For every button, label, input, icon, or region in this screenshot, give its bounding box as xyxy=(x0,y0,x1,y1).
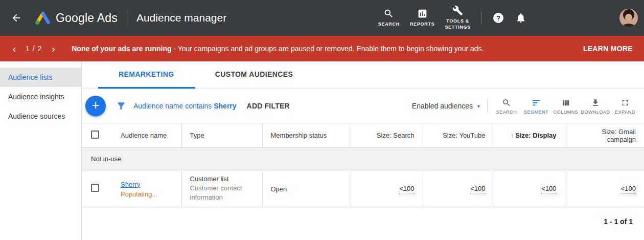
header-size-youtube[interactable]: Size: YouTube xyxy=(423,123,494,148)
filter-value-text: Sherry xyxy=(214,102,236,110)
table-expand-button[interactable]: EXPAND xyxy=(610,97,640,115)
help-button[interactable]: ? xyxy=(493,13,503,23)
membership-status-cell: Open xyxy=(262,170,351,207)
search-nav-button[interactable]: SEARCH xyxy=(373,8,405,28)
column-header-label: Size: Display xyxy=(515,132,556,139)
header-audience-name[interactable]: Audience name xyxy=(112,123,181,148)
page-title: Audience manager xyxy=(136,12,226,24)
table-search-button[interactable]: SEARCH xyxy=(492,97,521,115)
select-all-checkbox[interactable] xyxy=(91,130,99,139)
tab-remarketing[interactable]: REMARKETING xyxy=(98,61,195,89)
product-name: Google Ads xyxy=(56,11,118,25)
table-header-row: Audience name Type Membership status Siz… xyxy=(82,123,644,148)
avatar-photo xyxy=(619,9,638,27)
size-display-cell: <100 xyxy=(494,170,565,207)
group-row-not-in-use: Not in-use xyxy=(82,148,644,170)
tab-custom-audiences[interactable]: CUSTOM AUDIENCES xyxy=(195,61,314,89)
search-nav-label: SEARCH xyxy=(378,21,400,28)
sidebar-item-audience-sources[interactable]: Audience sources xyxy=(0,106,81,126)
chevron-down-icon: ▾ xyxy=(477,103,480,109)
tab-bar: REMARKETING CUSTOM AUDIENCES xyxy=(82,61,644,89)
sidebar-item-label: Audience insights xyxy=(8,93,64,101)
sidebar-item-audience-insights[interactable]: Audience insights xyxy=(0,87,81,106)
toolbar-divider xyxy=(487,99,488,113)
topbar-divider xyxy=(127,10,127,26)
group-label: Not in-use xyxy=(91,155,121,163)
audience-type-cell: Customer list Customer contact informati… xyxy=(181,170,262,207)
ads-not-running-banner: ‹ 1 / 2 › None of your ads are running -… xyxy=(0,36,644,61)
size-youtube-value[interactable]: <100 xyxy=(470,185,485,193)
banner-prev-button[interactable]: ‹ xyxy=(8,43,20,54)
search-icon xyxy=(383,8,394,19)
learn-more-button[interactable]: LEARN MORE xyxy=(580,40,636,57)
topbar-divider xyxy=(481,11,481,25)
active-filter-chip[interactable]: Audience name contains Sherry xyxy=(133,102,237,110)
audience-view-dropdown[interactable]: Enabled audiences ▾ xyxy=(412,102,480,110)
tool-label: EXPAND xyxy=(615,110,635,115)
audience-table-row: Sherry Populating... Customer list Custo… xyxy=(82,170,644,207)
column-header-label: Type xyxy=(190,132,204,139)
reports-nav-button[interactable]: REPORTS xyxy=(405,8,440,28)
table-download-button[interactable]: DOWNLOAD xyxy=(581,97,610,115)
populating-status: Populating... xyxy=(121,190,173,198)
download-icon xyxy=(591,98,600,107)
add-audience-button[interactable]: + xyxy=(85,96,106,116)
size-search-cell: <100 xyxy=(351,170,423,207)
table-columns-button[interactable]: COLUMNS xyxy=(551,97,581,115)
audience-type-detail: Customer contact information xyxy=(190,184,254,202)
table-footer: 1 - 1 of 1 xyxy=(82,207,644,240)
banner-message-detail: - Your campaigns and ad groups are pause… xyxy=(173,45,484,53)
sidebar-item-label: Audience sources xyxy=(8,112,65,120)
size-display-value[interactable]: <100 xyxy=(541,185,556,193)
banner-next-button[interactable]: › xyxy=(47,43,59,54)
add-filter-button[interactable]: ADD FILTER xyxy=(247,102,290,110)
reports-nav-label: REPORTS xyxy=(410,21,434,28)
notifications-button[interactable] xyxy=(515,12,526,24)
column-header-label: Membership status xyxy=(271,132,327,139)
reports-icon xyxy=(417,8,428,19)
column-header-label: Size: Search xyxy=(377,132,415,139)
sidebar-item-label: Audience lists xyxy=(8,73,52,81)
expand-icon xyxy=(620,98,630,107)
dropdown-selected-value: Enabled audiences xyxy=(412,102,473,110)
segment-icon xyxy=(532,98,541,107)
arrow-left-icon xyxy=(11,12,22,24)
header-size-gmail[interactable]: Size: Gmail campaign xyxy=(565,123,644,148)
table-toolbar: + Audience name contains Sherry ADD FILT… xyxy=(82,89,644,123)
banner-message-title: None of your ads are running xyxy=(72,45,171,53)
header-size-display[interactable]: ↑Size: Display xyxy=(494,123,565,148)
back-button[interactable] xyxy=(4,6,29,30)
help-icon: ? xyxy=(496,14,500,22)
audience-type: Customer list xyxy=(190,175,254,183)
header-size-search[interactable]: Size: Search xyxy=(351,123,423,148)
row-checkbox[interactable] xyxy=(91,184,99,192)
size-search-value[interactable]: <100 xyxy=(399,185,414,193)
header-membership-status[interactable]: Membership status xyxy=(262,123,351,148)
tab-label: CUSTOM AUDIENCES xyxy=(215,70,293,78)
column-header-label: Size: Gmail campaign xyxy=(602,128,636,143)
table-tools: SEARCH SEGMENT COLUMNS DOWNLOAD xyxy=(492,97,640,115)
tool-label: SEARCH xyxy=(496,110,517,115)
search-icon xyxy=(502,98,511,107)
google-ads-app: Google Ads Audience manager SEARCH REPOR… xyxy=(0,0,644,240)
table-pagination: 1 - 1 of 1 xyxy=(604,217,633,226)
account-avatar[interactable] xyxy=(619,9,638,27)
table-segment-button[interactable]: SEGMENT xyxy=(521,97,551,115)
sidebar-item-audience-lists[interactable]: Audience lists xyxy=(0,68,81,87)
filter-condition-text: Audience name contains xyxy=(133,102,212,110)
banner-pagination: 1 / 2 xyxy=(26,45,42,53)
header-type[interactable]: Type xyxy=(181,123,262,148)
tools-settings-nav-button[interactable]: TOOLS & SETTINGS xyxy=(440,5,476,30)
tools-settings-nav-label: TOOLS & SETTINGS xyxy=(445,18,471,30)
columns-icon xyxy=(561,98,570,107)
size-gmail-cell: <100 xyxy=(565,170,644,207)
wrench-icon xyxy=(452,5,463,16)
filter-icon xyxy=(116,101,126,111)
size-youtube-cell: <100 xyxy=(423,170,494,207)
sort-ascending-icon: ↑ xyxy=(511,132,514,139)
size-gmail-value[interactable]: <100 xyxy=(621,185,636,193)
bell-icon xyxy=(515,12,526,24)
membership-status-value: Open xyxy=(271,185,287,193)
google-ads-logo[interactable]: Google Ads xyxy=(34,10,118,26)
audience-name-link[interactable]: Sherry xyxy=(121,181,140,188)
